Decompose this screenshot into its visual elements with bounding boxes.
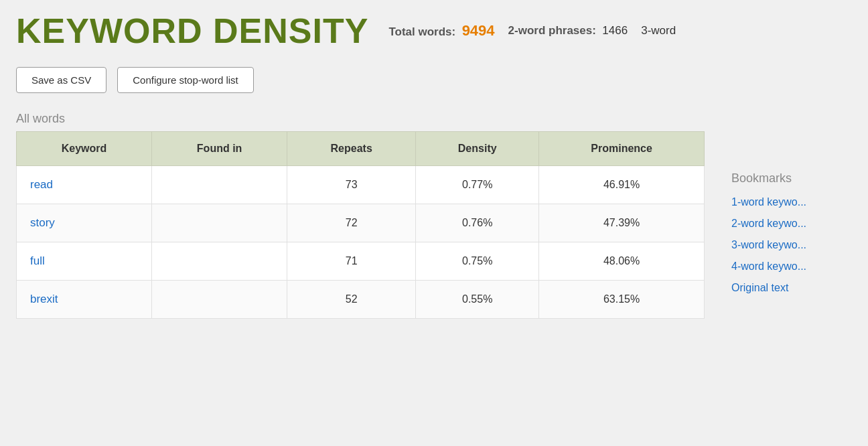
- sidebar-link[interactable]: 3-word keywo...: [731, 239, 852, 251]
- header: KEYWORD DENSITY Total words: 9494 2-word…: [0, 0, 868, 55]
- sidebar-link[interactable]: 1-word keywo...: [731, 196, 852, 208]
- cell-keyword[interactable]: full: [17, 242, 152, 281]
- table-row: full 71 0.75% 48.06%: [17, 242, 705, 281]
- cell-prominence: 47.39%: [539, 204, 705, 242]
- cell-density: 0.77%: [416, 166, 539, 204]
- cell-repeats: 73: [287, 166, 416, 204]
- cell-prominence: 46.91%: [539, 166, 705, 204]
- section-all-words-label: All words: [0, 100, 868, 131]
- col-header-found-in: Found in: [152, 132, 287, 166]
- cell-found-in: [152, 166, 287, 204]
- cell-keyword[interactable]: read: [17, 166, 152, 204]
- cell-keyword[interactable]: story: [17, 204, 152, 242]
- total-words-value: 9494: [462, 22, 495, 39]
- cell-found-in: [152, 204, 287, 242]
- cell-density: 0.76%: [416, 204, 539, 242]
- sidebar-link[interactable]: 2-word keywo...: [731, 218, 852, 230]
- sidebar-title: Bookmarks: [731, 171, 852, 185]
- cell-density: 0.75%: [416, 242, 539, 281]
- cell-found-in: [152, 281, 287, 319]
- table-row: brexit 52 0.55% 63.15%: [17, 281, 705, 319]
- stats-bar: Total words: 9494 2-word phrases: 1466 3…: [388, 22, 676, 40]
- cell-repeats: 71: [287, 242, 416, 281]
- save-csv-button[interactable]: Save as CSV: [16, 67, 106, 93]
- sidebar-links: 1-word keywo...2-word keywo...3-word key…: [731, 196, 852, 294]
- phrase3-label: 3-word: [641, 24, 676, 38]
- table-row: read 73 0.77% 46.91%: [17, 166, 705, 204]
- configure-stop-button[interactable]: Configure stop-word list: [117, 67, 254, 93]
- keyword-table-container: Keyword Found in Repeats Density Promine…: [16, 131, 705, 319]
- keyword-table: Keyword Found in Repeats Density Promine…: [16, 131, 705, 319]
- cell-keyword[interactable]: brexit: [17, 281, 152, 319]
- cell-found-in: [152, 242, 287, 281]
- phrase2-value: 1466: [602, 24, 628, 37]
- cell-repeats: 52: [287, 281, 416, 319]
- page-wrapper: KEYWORD DENSITY Total words: 9494 2-word…: [0, 0, 868, 446]
- col-header-keyword: Keyword: [17, 132, 152, 166]
- col-header-repeats: Repeats: [287, 132, 416, 166]
- main-content: Keyword Found in Repeats Density Promine…: [0, 131, 868, 319]
- total-words-label: Total words:: [388, 25, 455, 38]
- cell-density: 0.55%: [416, 281, 539, 319]
- cell-prominence: 48.06%: [539, 242, 705, 281]
- table-header-row: Keyword Found in Repeats Density Promine…: [17, 132, 705, 166]
- col-header-density: Density: [416, 132, 539, 166]
- cell-prominence: 63.15%: [539, 281, 705, 319]
- cell-repeats: 72: [287, 204, 416, 242]
- phrase2-label: 2-word phrases:: [508, 24, 596, 37]
- table-row: story 72 0.76% 47.39%: [17, 204, 705, 242]
- sidebar-link[interactable]: 4-word keywo...: [731, 261, 852, 273]
- sidebar: Bookmarks 1-word keywo...2-word keywo...…: [731, 131, 852, 319]
- buttons-row: Save as CSV Configure stop-word list: [0, 55, 868, 100]
- col-header-prominence: Prominence: [539, 132, 705, 166]
- page-title: KEYWORD DENSITY: [16, 13, 368, 48]
- sidebar-link[interactable]: Original text: [731, 282, 852, 294]
